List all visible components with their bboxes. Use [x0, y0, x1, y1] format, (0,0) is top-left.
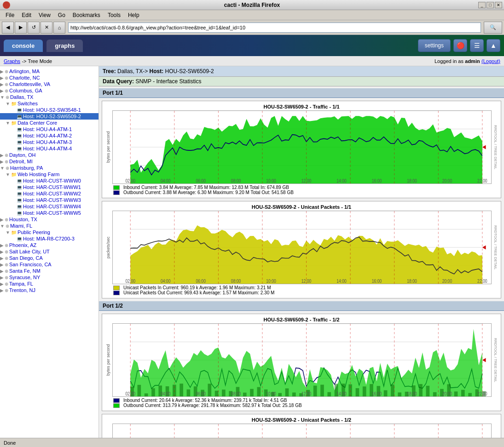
- minimize-button[interactable]: _: [478, 2, 486, 8]
- side-label-traffic11: RRDTOOL / TREE DETAIL: [492, 110, 499, 184]
- sidebar-item-dallas[interactable]: ▼⊕Dallas, TX: [0, 94, 98, 100]
- list-icon-btn[interactable]: ☰: [470, 39, 484, 52]
- sidebar-item-columbus[interactable]: ▶⊕Columbus, GA: [0, 87, 98, 94]
- sidebar-item-sanfrancisco[interactable]: ▶⊕San Francisco, CA: [0, 261, 98, 268]
- logout-link[interactable]: (Logout): [481, 58, 500, 64]
- graphs-tab[interactable]: graphs: [46, 40, 83, 52]
- mountain-icon-btn[interactable]: ▲: [487, 39, 500, 52]
- svg-rect-81: [257, 387, 261, 396]
- sidebar-item-saltlake[interactable]: ▶⊕Salt Lake City, UT: [0, 248, 98, 255]
- sidebar-item-syracuse[interactable]: ▶⊕Syracuse, NY: [0, 274, 98, 281]
- reload-button[interactable]: ↺: [28, 22, 40, 34]
- sidebar-item-host-sw3548[interactable]: 💻Host: HOU-S2-SW3548-1: [0, 107, 98, 113]
- graphs-link[interactable]: Graphs: [4, 58, 20, 64]
- home-button[interactable]: ⌂: [53, 22, 65, 34]
- sidebar-item-arlington[interactable]: ▶⊕Arlington, MA: [0, 68, 98, 74]
- settings-button[interactable]: settings: [418, 39, 451, 52]
- svg-rect-104: [419, 384, 423, 396]
- sidebar-item-webhosting[interactable]: ▼📁Web Hosting Farm: [0, 171, 98, 178]
- y-axis-label-traffic12: bytes per second: [104, 323, 112, 397]
- sidebar-item-houston[interactable]: ▶⊕Houston, TX: [0, 216, 98, 223]
- sidebar-item-host-www4[interactable]: 💻Host: HAR-CUST-WWW4: [0, 203, 98, 210]
- svg-rect-106: [433, 392, 437, 396]
- graph-container-unicast12: HOU-S2-SW6509-2 - Unicast Packets - 1/2p…: [102, 414, 501, 438]
- menu-tools[interactable]: Tools: [104, 11, 124, 19]
- sidebar-item-miami[interactable]: ▼⊕Miami, FL: [0, 223, 98, 229]
- sidebar-item-host-atm4[interactable]: 💻Host: HOU-A4-ATM-4: [0, 145, 98, 152]
- sidebar-item-detroit[interactable]: ▶⊕Detroit, MI: [0, 158, 98, 165]
- svg-text:18:00: 18:00: [407, 178, 417, 183]
- svg-text:10:00: 10:00: [266, 178, 276, 183]
- sidebar-item-charlottesville[interactable]: ▶⊕Charlottesville, VA: [0, 81, 98, 87]
- sidebar-item-host-c7200[interactable]: 💻Host: MIA-R8-C7200-3: [0, 235, 98, 242]
- main-layout: ▶⊕Arlington, MA▶⊕Charlotte, NC▶⊕Charlott…: [0, 66, 504, 438]
- menu-help[interactable]: Help: [124, 11, 143, 19]
- url-bar[interactable]: [68, 23, 481, 33]
- alert-icon-btn[interactable]: 🔴: [453, 39, 467, 52]
- sidebar-item-datacenter[interactable]: ▼📁Data Center Core: [0, 120, 98, 126]
- back-button[interactable]: ◀: [2, 22, 14, 34]
- menu-bar: File Edit View Go Bookmarks Tools Help: [0, 10, 504, 20]
- svg-rect-135: [113, 424, 491, 438]
- svg-text:06:00: 06:00: [196, 391, 206, 396]
- sidebar-item-santafe[interactable]: ▶⊕Santa Fe, NM: [0, 268, 98, 274]
- close-button[interactable]: ✕: [495, 2, 502, 8]
- sidebar-item-switches[interactable]: ▼📁Switches: [0, 100, 98, 107]
- chart-area-traffic12: 02:0004:0006:0008:0010:0012:0014:0016:00…: [112, 323, 492, 397]
- sidebar-item-sandiego[interactable]: ▶⊕San Diego, CA: [0, 255, 98, 261]
- legend-row: Inbound Current: 3.84 M Average: 7.85 M …: [113, 185, 490, 190]
- maximize-button[interactable]: □: [487, 2, 494, 8]
- svg-text:14:00: 14:00: [336, 178, 347, 183]
- svg-text:08:00: 08:00: [231, 391, 241, 396]
- search-button[interactable]: 🔍: [484, 22, 502, 34]
- menu-edit[interactable]: Edit: [18, 11, 35, 19]
- login-info: Logged in as admin (Logout): [434, 58, 500, 64]
- console-tab[interactable]: console: [4, 40, 43, 52]
- forward-button[interactable]: ▶: [15, 22, 27, 34]
- menu-file[interactable]: File: [2, 11, 18, 19]
- sidebar-item-harrisburg[interactable]: ▼⊕Harrisburg, PA: [0, 165, 98, 171]
- svg-rect-101: [398, 392, 401, 396]
- svg-rect-79: [243, 393, 247, 396]
- legend-text: Outbound Current: 313.79 k Average: 291.…: [123, 403, 302, 408]
- sidebar-item-host-www0[interactable]: 💻Host: HAR-CUST-WWW0: [0, 178, 98, 184]
- svg-rect-74: [208, 384, 211, 396]
- sidebar-item-host-www1[interactable]: 💻Host: HAR-CUST-WWW1: [0, 184, 98, 190]
- stop-button[interactable]: ✕: [41, 22, 52, 34]
- menu-view[interactable]: View: [35, 11, 54, 19]
- graph-title-traffic11: HOU-S2-SW6509-2 - Traffic - 1/1: [104, 103, 499, 110]
- svg-rect-111: [468, 393, 472, 396]
- sidebar-item-host-sw6509[interactable]: 💻Host: HOU-S2-SW6509-2: [0, 113, 98, 120]
- sidebar-item-host-atm1[interactable]: 💻Host: HOU-A4-ATM-1: [0, 126, 98, 132]
- firefox-icon: [3, 1, 10, 9]
- sidebar-item-host-www3[interactable]: 💻Host: HAR-CUST-WWW3: [0, 197, 98, 203]
- tree-mode-label: Tree Mode: [28, 58, 52, 64]
- sidebar-item-tampa[interactable]: ▶⊕Tampa, FL: [0, 281, 98, 287]
- svg-text:20:00: 20:00: [442, 278, 452, 284]
- svg-text:18:00: 18:00: [407, 278, 417, 284]
- sidebar-item-trenton[interactable]: ▶⊕Trenton, NJ: [0, 287, 98, 293]
- legend-row: Unicast Packets Out Current: 969.43 k Av…: [113, 290, 490, 295]
- breadcrumb-bar: Graphs -> Tree Mode Logged in as admin (…: [0, 56, 504, 66]
- data-query-label: Data Query:: [103, 78, 134, 85]
- sidebar-item-host-www2[interactable]: 💻Host: HAR-CUST-WWW2: [0, 190, 98, 197]
- sidebar-item-host-www5[interactable]: 💻Host: HAR-CUST-WWW5: [0, 210, 98, 216]
- sidebar-item-dayton[interactable]: ▶⊕Dayton, OH: [0, 152, 98, 158]
- legend-text: Unicast Packets In Current: 960.19 k Ave…: [123, 285, 271, 290]
- legend-color: [113, 398, 120, 403]
- menu-go[interactable]: Go: [54, 11, 69, 19]
- svg-text:06:00: 06:00: [196, 178, 206, 183]
- url-input[interactable]: [69, 25, 481, 30]
- chart-area-traffic11: 02:0004:0006:0008:0010:0012:0014:0016:00…: [112, 110, 492, 184]
- sidebar-item-host-atm3[interactable]: 💻Host: HOU-A4-ATM-3: [0, 139, 98, 145]
- svg-text:08:00: 08:00: [231, 178, 241, 183]
- sidebar-item-publicpeering[interactable]: ▼📁Public Peering: [0, 229, 98, 235]
- svg-text:04:00: 04:00: [161, 278, 171, 284]
- window-controls[interactable]: _ □ ✕: [478, 2, 502, 8]
- sidebar-item-phoenix[interactable]: ▶⊕Phoenix, AZ: [0, 242, 98, 248]
- menu-bookmarks[interactable]: Bookmarks: [69, 11, 104, 19]
- sidebar-item-host-atm2[interactable]: 💻Host: HOU-A4-ATM-2: [0, 132, 98, 139]
- graph-container-unicast11: HOU-S2-SW6509-2 - Unicast Packets - 1/1p…: [102, 201, 501, 298]
- status-text: Done: [4, 440, 16, 446]
- sidebar-item-charlotte[interactable]: ▶⊕Charlotte, NC: [0, 74, 98, 81]
